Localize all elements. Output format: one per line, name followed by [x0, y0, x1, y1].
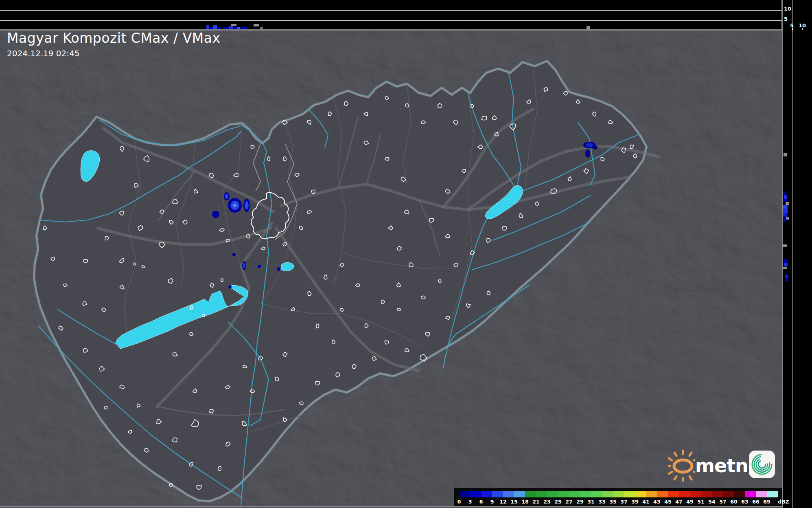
- dbz-tick-label: 39: [631, 499, 638, 505]
- sun-icon: [668, 449, 695, 482]
- dbz-swatch: [679, 491, 690, 497]
- dbz-tick-label: 47: [675, 499, 682, 505]
- dbz-swatch: [481, 491, 492, 497]
- dbz-swatch: [657, 491, 668, 497]
- radar-echo: [586, 143, 593, 147]
- profile-echo-mark: [784, 259, 788, 263]
- top-profile-gridline-5km: [0, 20, 782, 21]
- profile-echo-mark: [237, 27, 240, 29]
- dbz-swatch: [558, 491, 569, 497]
- right-profile-gridline: [792, 0, 792, 508]
- dbz-tick-label: 3: [468, 499, 472, 505]
- hungary-radar-map: [0, 31, 782, 508]
- profile-echo-mark: [783, 267, 787, 269]
- dbz-tick-label: 9: [490, 499, 494, 505]
- axis-tick-label: 5: [784, 16, 788, 22]
- profile-echo-mark: [254, 24, 259, 26]
- dbz-swatch: [690, 491, 701, 497]
- radar-echo: [243, 263, 245, 268]
- dbz-tick-label: 49: [686, 499, 693, 505]
- profile-echo-mark: [229, 26, 233, 29]
- dbz-tick-label: 54: [708, 499, 715, 505]
- profile-echo-mark: [785, 275, 788, 278]
- profile-echo-mark: [783, 218, 786, 222]
- profile-echo-mark: [241, 26, 245, 29]
- profile-echo-mark: [786, 217, 789, 220]
- dbz-swatch: [668, 491, 679, 497]
- dbz-tick-label: 45: [664, 499, 671, 505]
- top-profile-gridline-10km: [0, 10, 782, 11]
- profile-echo-mark: [783, 213, 787, 217]
- dbz-unit-label: dBZ: [778, 499, 789, 505]
- metnet-app-icon: [749, 451, 775, 478]
- dbz-swatch: [756, 491, 767, 497]
- profile-echo-mark: [231, 24, 236, 26]
- profile-echo-mark: [786, 202, 789, 205]
- radar-echo: [225, 194, 229, 199]
- dbz-swatch: [503, 491, 514, 497]
- map-bottom-border: [0, 506, 782, 507]
- right-profile-gridline: [802, 0, 802, 508]
- dbz-swatch: [767, 491, 778, 497]
- dbz-swatch: [635, 491, 646, 497]
- dbz-tick-label: 33: [598, 499, 605, 505]
- radar-echo: [232, 253, 236, 256]
- profile-echo-mark: [783, 199, 787, 202]
- dbz-swatch: [712, 491, 723, 497]
- dbz-swatch: [701, 491, 712, 497]
- dbz-swatch: [525, 491, 536, 497]
- dbz-tick-label: 37: [620, 499, 627, 505]
- dbz-swatch: [591, 491, 602, 497]
- dbz-swatch: [646, 491, 657, 497]
- dbz-tick-label: 21: [532, 499, 539, 505]
- profile-echo-mark: [206, 25, 209, 29]
- dbz-swatch: [745, 491, 756, 497]
- dbz-swatch: [492, 491, 503, 497]
- timestamp: 2024.12.19 02:45: [7, 48, 221, 58]
- radar-echo: [593, 145, 598, 150]
- dbz-swatch: [723, 491, 734, 497]
- profile-echo-mark: [587, 26, 590, 29]
- dbz-color-scale: 0369121518212325272931333537394143454749…: [454, 488, 782, 506]
- dbz-tick-label: 29: [576, 499, 583, 505]
- dbz-tick-label: 0: [457, 499, 461, 505]
- radar-composite-screen: 105510 Magyar Kompozit CMax / VMax: [0, 0, 812, 508]
- axis-tick: [792, 28, 793, 30]
- dbz-swatch: [613, 491, 624, 497]
- radar-echo: [277, 267, 280, 271]
- dbz-tick-label: 66: [752, 499, 759, 505]
- profile-echo-mark: [783, 244, 787, 247]
- profile-echo-mark: [783, 205, 788, 209]
- profile-echo-mark: [783, 191, 786, 195]
- dbz-tick-label: 6: [479, 499, 483, 505]
- dbz-tick-label: 60: [730, 499, 737, 505]
- axis-tick: [802, 28, 803, 30]
- radar-echo: [233, 204, 236, 207]
- title-block: Magyar Kompozit CMax / VMax 2024.12.19 0…: [7, 30, 221, 58]
- dbz-swatch: [536, 491, 547, 497]
- dbz-swatch: [580, 491, 591, 497]
- dbz-tick-label: 57: [719, 499, 726, 505]
- dbz-tick-label: 69: [763, 499, 770, 505]
- dbz-swatch: [514, 491, 525, 497]
- dbz-swatch: [547, 491, 558, 497]
- top-height-profile-strip: [0, 0, 782, 29]
- dbz-tick-label: 35: [609, 499, 616, 505]
- spiral-icon: [749, 451, 775, 478]
- radar-echo: [258, 265, 261, 268]
- dbz-swatch: [569, 491, 580, 497]
- dbz-swatch: [624, 491, 635, 497]
- dbz-tick-label: 23: [543, 499, 550, 505]
- metnet-logo: metnet: [668, 449, 778, 482]
- profile-echo-mark: [784, 263, 788, 266]
- radar-echo: [585, 150, 590, 158]
- dbz-tick-label: 43: [653, 499, 660, 505]
- dbz-swatch: [470, 491, 481, 497]
- dbz-tick-label: 12: [499, 499, 506, 505]
- axis-tick-label: 10: [784, 6, 791, 11]
- dbz-tick-label: 31: [587, 499, 594, 505]
- radar-echo: [228, 285, 232, 288]
- radar-echo: [212, 211, 219, 218]
- dbz-tick-label: 41: [642, 499, 649, 505]
- dbz-tick-label: 51: [697, 499, 704, 505]
